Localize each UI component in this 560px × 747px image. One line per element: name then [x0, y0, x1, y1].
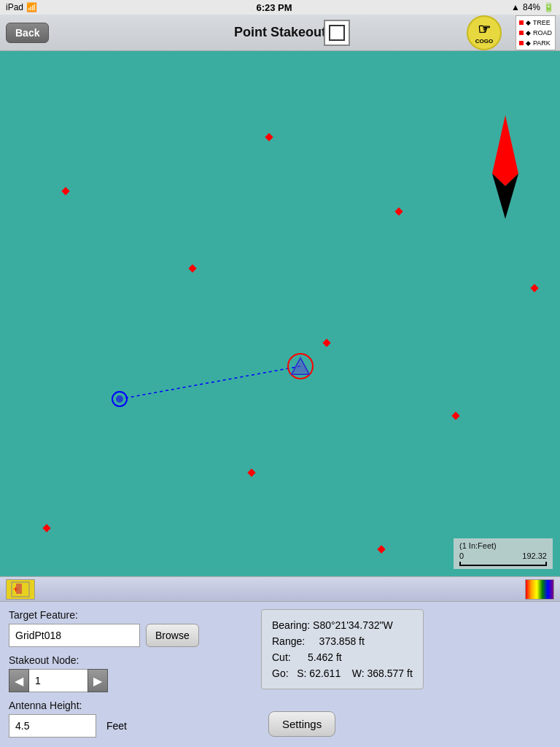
browse-button[interactable]: Browse [146, 624, 199, 647]
bearing-value: S80°21'34.732"W [313, 619, 393, 631]
target-feature-input[interactable] [9, 624, 140, 647]
toolbar: Back Point Stakeout ☞ COGO ◆ TREE ◆ ROAD… [0, 15, 560, 51]
node-value: 1 [29, 669, 88, 692]
map-point [61, 187, 69, 195]
panel-right: Bearing: S80°21'34.732"W Range: 373.858 … [261, 609, 424, 745]
current-position-marker [112, 391, 128, 407]
cut-label: Cut: [272, 651, 291, 663]
battery-level: 84% [523, 2, 540, 12]
legend-park: ◆ PARK [526, 38, 550, 48]
cogo-label: COGO [475, 38, 493, 44]
map-point [530, 284, 538, 292]
map-point [265, 133, 273, 141]
map-point [394, 207, 402, 215]
compass-south [492, 174, 518, 219]
cut-row: Cut: 5.462 ft [272, 649, 413, 665]
map-point [451, 411, 459, 419]
wifi-icon: 📶 [26, 2, 37, 12]
antenna-height-unit: Feet [106, 720, 127, 732]
range-label: Range: [272, 635, 305, 647]
legend-tree: ◆ TREE [526, 18, 550, 28]
go-s-value: S: 62.611 [297, 667, 341, 679]
svg-line-9 [120, 366, 300, 399]
bearing-row: Bearing: S80°21'34.732"W [272, 617, 413, 633]
map-point [377, 545, 385, 553]
map-point [42, 524, 50, 532]
antenna-height-input[interactable] [9, 714, 96, 738]
go-w-value: W: 368.577 ft [352, 667, 413, 679]
scale-line-graphic [459, 562, 547, 566]
node-prev-button[interactable]: ◀ [9, 669, 29, 692]
expand-button[interactable] [324, 20, 350, 46]
node-next-button[interactable]: ▶ [88, 669, 108, 692]
bearing-label: Bearing: [272, 619, 310, 631]
page-title: Point Stakeout [234, 25, 326, 40]
compass-north [492, 115, 518, 186]
cogo-button[interactable]: ☞ COGO [467, 15, 502, 50]
target-circle [287, 353, 314, 379]
target-position-marker [287, 353, 314, 379]
panel-toolbar: + [0, 577, 560, 602]
back-button[interactable]: Back [6, 23, 49, 43]
map-point [188, 264, 196, 272]
panel-left-fields: Target Feature: Browse Stakeout Node: ◀ … [9, 609, 249, 745]
scale-label: (1 In:Feet) [459, 541, 547, 550]
location-icon: ▲ [511, 2, 520, 12]
panel-icon-right [525, 579, 554, 600]
ipad-label: iPad [6, 2, 23, 12]
bottom-panel: + Target Feature: Browse Stakeout Node: … [0, 576, 560, 747]
map-point [247, 468, 255, 476]
range-row: Range: 373.858 ft [272, 633, 413, 649]
stakeout-info-box: Bearing: S80°21'34.732"W Range: 373.858 … [261, 609, 424, 689]
scale-start: 0 [459, 551, 464, 560]
range-value: 373.858 ft [319, 635, 365, 647]
current-position-dot [116, 395, 123, 403]
antenna-height-label: Antenna Height: [9, 700, 249, 711]
status-bar: iPad 📶 6:23 PM ▲ 84% 🔋 [0, 0, 560, 15]
svg-rect-0 [330, 26, 344, 40]
scale-end: 192.32 [522, 551, 547, 560]
legend-box: ◆ TREE ◆ ROAD ◆ PARK [516, 15, 556, 50]
settings-button[interactable]: Settings [268, 711, 335, 737]
map-point [322, 338, 330, 347]
go-row: Go: S: 62.611 W: 368.577 ft [272, 665, 413, 681]
map-area[interactable]: (1 In:Feet) 0 192.32 [0, 51, 560, 576]
time-display: 6:23 PM [256, 2, 292, 13]
scale-bar: (1 In:Feet) 0 192.32 [454, 538, 553, 569]
legend-road: ◆ ROAD [526, 28, 552, 38]
battery-icon: 🔋 [543, 2, 554, 12]
svg-rect-14 [16, 584, 22, 594]
target-feature-label: Target Feature: [9, 609, 249, 621]
stakeout-node-label: Stakeout Node: [9, 654, 249, 666]
panel-content: Target Feature: Browse Stakeout Node: ◀ … [0, 602, 560, 747]
go-label: Go: [272, 667, 289, 679]
cut-value: 5.462 ft [308, 651, 342, 663]
panel-icon-left: + [6, 579, 35, 600]
